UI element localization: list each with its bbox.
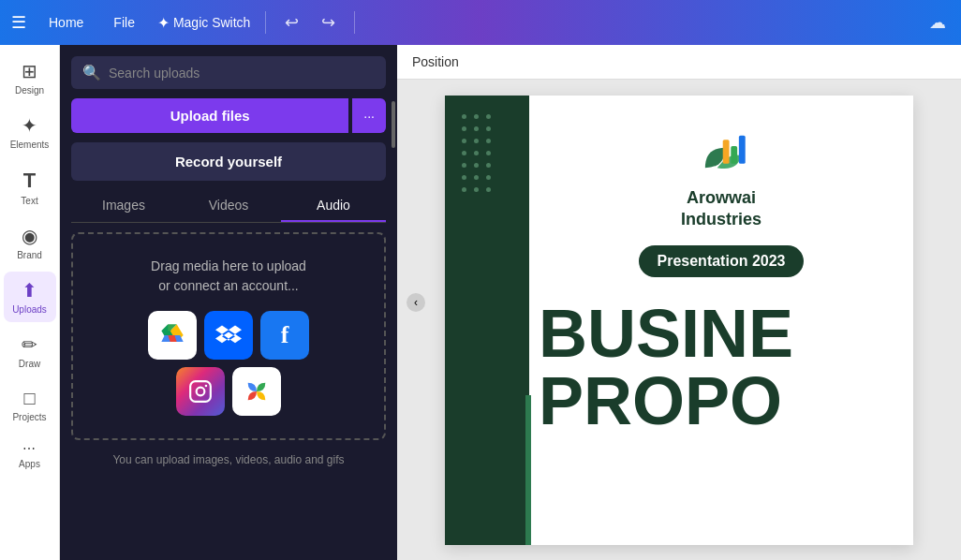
sidebar-item-design[interactable]: ⊞ Design	[4, 52, 56, 103]
magic-switch-label: Magic Switch	[173, 15, 250, 30]
apps-icon: ⋯	[22, 441, 37, 456]
projects-icon: □	[23, 388, 35, 409]
dot	[474, 187, 479, 192]
sidebar-label-brand: Brand	[17, 250, 42, 260]
sidebar-item-projects[interactable]: □ Projects	[4, 380, 56, 430]
nav-divider-1	[265, 11, 266, 34]
instagram-icon[interactable]	[176, 367, 225, 416]
dot	[486, 187, 491, 192]
company-logo-icon	[688, 124, 754, 180]
dot	[486, 114, 491, 119]
svg-point-3	[205, 385, 208, 388]
nav-divider-2	[354, 11, 355, 34]
dot	[474, 139, 479, 143]
menu-icon[interactable]: ☰	[11, 12, 26, 33]
elements-icon: ✦	[22, 114, 37, 137]
sidebar-label-text: Text	[21, 196, 37, 206]
design-icon: ⊞	[22, 60, 37, 82]
upload-panel-inner: 🔍 Upload files ··· Record yourself Image…	[60, 45, 397, 560]
position-label: Position	[412, 54, 459, 69]
home-nav-item[interactable]: Home	[41, 11, 91, 34]
slide-preview: Arowwai Industries Presentation 2023 BUS…	[445, 96, 913, 545]
main-area: ⊞ Design ✦ Elements T Text ◉ Brand ⬆ Upl…	[0, 45, 961, 560]
magic-switch-nav-item[interactable]: ✦ Magic Switch	[157, 14, 250, 32]
magic-star-icon: ✦	[157, 14, 170, 32]
dot	[486, 139, 491, 143]
dot	[474, 175, 479, 180]
search-icon: 🔍	[82, 64, 101, 81]
dot	[486, 175, 491, 180]
drop-zone-text: Drag media here to upload or connect an …	[151, 257, 306, 296]
upload-panel: 🔍 Upload files ··· Record yourself Image…	[60, 45, 397, 560]
redo-button[interactable]: ↪	[318, 8, 339, 37]
sidebar-item-text[interactable]: T Text	[4, 161, 56, 214]
sidebar-item-uploads[interactable]: ⬆ Uploads	[4, 272, 56, 322]
presentation-badge: Presentation 2023	[639, 245, 805, 277]
canvas-content: Arowwai Industries Presentation 2023 BUS…	[397, 80, 961, 560]
sidebar-label-apps: Apps	[19, 459, 40, 469]
service-icons-grid: f	[148, 311, 309, 416]
dot	[474, 114, 479, 119]
sidebar-label-uploads: Uploads	[12, 304, 47, 315]
search-bar: 🔍	[71, 56, 386, 89]
sidebar-label-draw: Draw	[19, 359, 40, 369]
sidebar-item-brand[interactable]: ◉ Brand	[4, 217, 56, 268]
dot	[474, 126, 479, 131]
dot	[462, 175, 466, 180]
svg-rect-1	[190, 381, 211, 402]
cloud-save-button[interactable]: ☁	[925, 8, 950, 37]
search-input[interactable]	[109, 66, 375, 81]
dot	[462, 151, 466, 155]
svg-rect-5	[731, 146, 737, 164]
record-yourself-button[interactable]: Record yourself	[71, 142, 386, 181]
green-accent-line	[525, 395, 531, 545]
canvas-area: Position ‹	[397, 45, 961, 560]
svg-rect-6	[739, 135, 746, 163]
position-bar: Position	[397, 45, 961, 80]
tabs-row: Images Videos Audio	[71, 190, 386, 223]
top-navigation: ☰ Home File ✦ Magic Switch ↩ ↪ ☁	[0, 0, 961, 45]
slide-big-text-area: BUSINE PROPO	[548, 300, 793, 435]
dot	[474, 151, 479, 155]
upload-hint: You can upload images, videos, audio and…	[71, 449, 386, 474]
slide-main-content: Arowwai Industries Presentation 2023 BUS…	[529, 96, 913, 545]
tab-videos[interactable]: Videos	[176, 190, 281, 222]
text-icon: T	[23, 169, 36, 193]
draw-icon: ✏	[22, 333, 37, 356]
scroll-indicator	[392, 101, 395, 148]
dot	[462, 163, 466, 168]
sidebar: ⊞ Design ✦ Elements T Text ◉ Brand ⬆ Upl…	[0, 45, 60, 560]
sidebar-label-projects: Projects	[12, 412, 46, 422]
upload-files-button[interactable]: Upload files	[71, 98, 348, 133]
collapse-panel-button[interactable]: ‹	[407, 293, 425, 312]
svg-point-2	[197, 388, 205, 396]
dot	[474, 163, 479, 168]
slide-big-text-line2: PROPO	[539, 367, 793, 435]
facebook-icon[interactable]: f	[260, 311, 309, 360]
brand-icon: ◉	[22, 225, 37, 247]
sidebar-item-elements[interactable]: ✦ Elements	[4, 107, 56, 157]
gdrive-icon[interactable]	[148, 311, 197, 360]
company-name: Arowwai Industries	[681, 187, 761, 231]
upload-files-row: Upload files ···	[71, 98, 386, 133]
service-icons-row-2	[176, 367, 281, 416]
svg-rect-4	[723, 140, 730, 164]
dropbox-icon[interactable]	[204, 311, 253, 360]
gphotos-icon[interactable]	[232, 367, 281, 416]
sidebar-item-apps[interactable]: ⋯ Apps	[4, 434, 56, 477]
sidebar-label-elements: Elements	[10, 140, 50, 150]
dot	[486, 126, 491, 131]
uploads-icon: ⬆	[22, 279, 37, 302]
sidebar-item-draw[interactable]: ✏ Draw	[4, 326, 56, 376]
dot	[486, 151, 491, 155]
dot	[462, 187, 466, 192]
undo-button[interactable]: ↩	[281, 8, 303, 37]
drop-zone[interactable]: Drag media here to upload or connect an …	[71, 232, 386, 440]
tab-audio[interactable]: Audio	[281, 190, 386, 222]
upload-files-more-button[interactable]: ···	[352, 98, 386, 133]
file-nav-item[interactable]: File	[106, 11, 142, 34]
company-logo: Arowwai Industries	[681, 124, 761, 231]
tab-images[interactable]: Images	[71, 190, 176, 222]
service-icons-row-1: f	[148, 311, 309, 360]
dot	[462, 126, 466, 131]
